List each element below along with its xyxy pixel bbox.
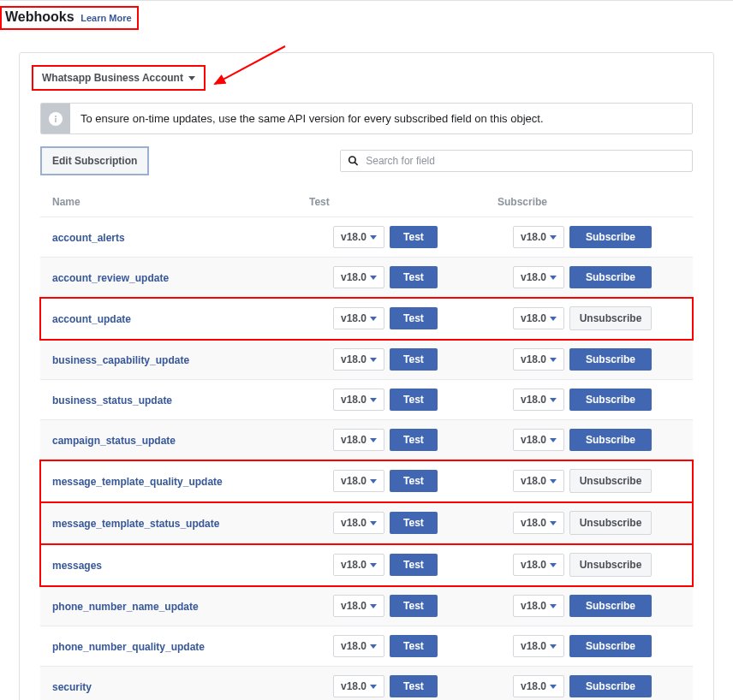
test-version-dropdown[interactable]: v18.0	[333, 635, 384, 657]
chevron-down-icon	[370, 358, 377, 362]
subscribe-version-dropdown[interactable]: v18.0	[513, 307, 564, 329]
test-button[interactable]: Test	[390, 470, 438, 492]
chevron-down-icon	[370, 563, 377, 567]
table-row: phone_number_name_updatev18.0 Testv18.0 …	[40, 586, 693, 626]
chevron-down-icon	[370, 235, 377, 240]
subscribe-version-dropdown[interactable]: v18.0	[513, 512, 564, 534]
dropdown-label: Whatsapp Business Account	[42, 72, 183, 84]
col-header-name: Name	[52, 196, 309, 208]
field-name-link[interactable]: message_template_status_update	[52, 518, 219, 530]
table-row: phone_number_quality_updatev18.0 Testv18…	[40, 626, 693, 667]
table-row: account_updatev18.0 Testv18.0 Unsubscrib…	[40, 298, 693, 340]
test-version-dropdown[interactable]: v18.0	[333, 512, 384, 534]
svg-point-4	[349, 157, 355, 163]
test-version-dropdown[interactable]: v18.0	[333, 675, 384, 697]
subscribe-version-dropdown[interactable]: v18.0	[513, 675, 564, 697]
chevron-down-icon	[550, 398, 557, 402]
test-version-dropdown[interactable]: v18.0	[333, 226, 384, 248]
unsubscribe-button[interactable]: Unsubscribe	[569, 553, 652, 577]
test-version-dropdown[interactable]: v18.0	[333, 429, 384, 451]
col-header-subscribe: Subscribe	[498, 196, 681, 208]
table-row: business_status_updatev18.0 Testv18.0 Su…	[40, 380, 693, 420]
test-version-dropdown[interactable]: v18.0	[333, 348, 384, 371]
test-button[interactable]: Test	[390, 348, 438, 371]
field-name-link[interactable]: campaign_status_update	[52, 435, 176, 447]
field-name-link[interactable]: business_capability_update	[52, 354, 189, 366]
field-name-link[interactable]: account_review_update	[52, 272, 169, 284]
search-input[interactable]	[366, 155, 685, 167]
table-row: account_review_updatev18.0 Testv18.0 Sub…	[40, 258, 693, 298]
field-name-link[interactable]: message_template_quality_update	[52, 476, 223, 488]
unsubscribe-button[interactable]: Unsubscribe	[569, 511, 652, 535]
object-type-dropdown[interactable]: Whatsapp Business Account	[32, 65, 206, 91]
info-text: To ensure on-time updates, use the same …	[70, 104, 554, 133]
fields-table: Name Test Subscribe account_alertsv18.0 …	[40, 187, 693, 700]
test-button[interactable]: Test	[390, 429, 438, 451]
subscribe-version-dropdown[interactable]: v18.0	[513, 595, 564, 617]
subscribe-button[interactable]: Subscribe	[569, 266, 652, 288]
svg-rect-2	[55, 118, 57, 122]
chevron-down-icon	[370, 644, 377, 649]
test-button[interactable]: Test	[390, 635, 438, 657]
svg-line-0	[215, 46, 285, 84]
chevron-down-icon	[550, 644, 557, 649]
chevron-down-icon	[370, 438, 377, 442]
chevron-down-icon	[550, 276, 557, 280]
table-row: campaign_status_updatev18.0 Testv18.0 Su…	[40, 420, 693, 460]
field-name-link[interactable]: security	[52, 681, 92, 693]
subscribe-button[interactable]: Subscribe	[569, 675, 652, 697]
table-row: message_template_status_updatev18.0 Test…	[40, 502, 693, 544]
field-name-link[interactable]: business_status_update	[52, 394, 172, 406]
subscribe-version-dropdown[interactable]: v18.0	[513, 348, 564, 371]
subscribe-button[interactable]: Subscribe	[569, 429, 652, 451]
field-name-link[interactable]: account_update	[52, 313, 131, 325]
test-button[interactable]: Test	[390, 675, 438, 697]
test-button[interactable]: Test	[390, 266, 438, 288]
learn-more-link[interactable]: Learn More	[80, 13, 131, 23]
webhooks-panel: Whatsapp Business Account To ensure on-t…	[19, 52, 714, 700]
unsubscribe-button[interactable]: Unsubscribe	[569, 306, 652, 330]
field-name-link[interactable]: account_alerts	[52, 232, 125, 244]
subscribe-version-dropdown[interactable]: v18.0	[513, 389, 564, 411]
test-version-dropdown[interactable]: v18.0	[333, 554, 384, 576]
field-name-link[interactable]: messages	[52, 560, 102, 572]
search-icon	[348, 155, 359, 167]
test-button[interactable]: Test	[390, 512, 438, 534]
test-version-dropdown[interactable]: v18.0	[333, 266, 384, 288]
page-title: Webhooks	[5, 9, 74, 24]
subscribe-button[interactable]: Subscribe	[569, 226, 652, 248]
subscribe-button[interactable]: Subscribe	[569, 348, 652, 371]
chevron-down-icon	[370, 521, 377, 525]
test-version-dropdown[interactable]: v18.0	[333, 389, 384, 411]
svg-line-5	[355, 163, 357, 165]
chevron-down-icon	[550, 479, 557, 483]
test-button[interactable]: Test	[390, 226, 438, 248]
subscribe-version-dropdown[interactable]: v18.0	[513, 635, 564, 657]
subscribe-version-dropdown[interactable]: v18.0	[513, 226, 564, 248]
col-header-test: Test	[309, 196, 498, 208]
test-button[interactable]: Test	[390, 307, 438, 329]
edit-subscription-button[interactable]: Edit Subscription	[40, 146, 149, 175]
unsubscribe-button[interactable]: Unsubscribe	[569, 469, 652, 493]
subscribe-button[interactable]: Subscribe	[569, 635, 652, 657]
chevron-down-icon	[550, 235, 557, 240]
test-version-dropdown[interactable]: v18.0	[333, 307, 384, 329]
field-name-link[interactable]: phone_number_name_update	[52, 601, 199, 613]
subscribe-button[interactable]: Subscribe	[569, 389, 652, 411]
chevron-down-icon	[550, 438, 557, 442]
test-version-dropdown[interactable]: v18.0	[333, 470, 384, 492]
test-version-dropdown[interactable]: v18.0	[333, 595, 384, 617]
test-button[interactable]: Test	[390, 554, 438, 576]
field-name-link[interactable]: phone_number_quality_update	[52, 641, 205, 653]
chevron-down-icon	[550, 685, 557, 689]
test-button[interactable]: Test	[390, 389, 438, 411]
subscribe-version-dropdown[interactable]: v18.0	[513, 554, 564, 576]
search-field-wrap[interactable]	[340, 150, 693, 172]
info-icon	[41, 104, 70, 133]
subscribe-button[interactable]: Subscribe	[569, 595, 652, 617]
subscribe-version-dropdown[interactable]: v18.0	[513, 429, 564, 451]
subscribe-version-dropdown[interactable]: v18.0	[513, 266, 564, 288]
subscribe-version-dropdown[interactable]: v18.0	[513, 470, 564, 492]
chevron-down-icon	[370, 685, 377, 689]
test-button[interactable]: Test	[390, 595, 438, 617]
